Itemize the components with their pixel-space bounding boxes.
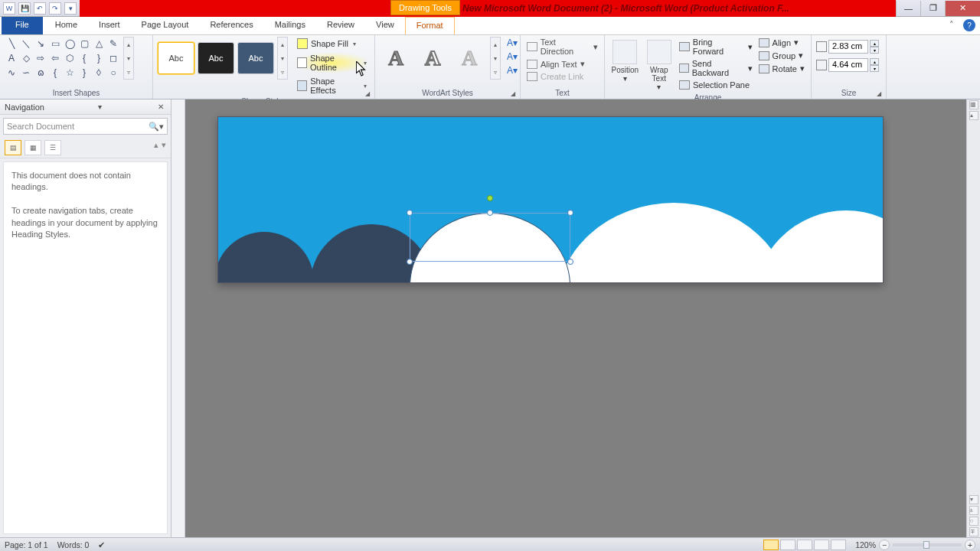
status-page[interactable]: Page: 1 of 1 [5, 540, 48, 549]
align-button[interactable]: Align ▾ [757, 37, 806, 48]
shape-style-gallery[interactable]: Abc Abc Abc ▴▾▿ [158, 37, 288, 80]
shape-rect-icon[interactable]: ▭ [48, 37, 62, 51]
shape-triangle-icon[interactable]: △ [92, 37, 106, 51]
shape-style-2[interactable]: Abc [198, 42, 234, 74]
wrap-text-button[interactable]: Wrap Text▾ [644, 37, 675, 93]
wordart-style-1[interactable]: A [380, 42, 412, 74]
help-icon[interactable]: ? [963, 19, 975, 31]
scroll-down-icon[interactable]: ▾ [969, 495, 978, 504]
wordart-style-3[interactable]: A [453, 42, 485, 74]
view-full-screen[interactable] [780, 540, 795, 550]
ruler-toggle-icon[interactable]: ▦ [969, 100, 978, 109]
document-area[interactable]: ▦ ▴ ▾ ± ○ ∓ [172, 99, 980, 537]
shape-textbox-icon[interactable]: A [5, 51, 18, 65]
search-icon[interactable]: 🔍▾ [149, 122, 164, 132]
view-web-layout[interactable] [797, 540, 812, 550]
width-input[interactable]: 4.64 cm [828, 58, 868, 72]
redo-icon[interactable]: ↷ [49, 2, 61, 15]
tab-home[interactable]: Home [44, 17, 88, 34]
shape-line-icon[interactable]: ╲ [5, 37, 18, 51]
shape-star-icon[interactable]: ☆ [63, 66, 77, 80]
shape-brace3-icon[interactable]: { [48, 66, 62, 80]
white-cloud-shape[interactable] [555, 203, 792, 283]
zoom-in-button[interactable]: + [965, 540, 975, 550]
browse-next-icon[interactable]: ∓ [969, 527, 978, 536]
shape-connector-icon[interactable]: ↘ [34, 37, 47, 51]
align-text-button[interactable]: Align Text▾ [525, 58, 599, 70]
send-backward-button[interactable]: Send Backward ▾ [678, 58, 754, 78]
shapes-gallery-more[interactable]: ▴▾▿ [123, 37, 134, 80]
shape-diamond-icon[interactable]: ◇ [19, 51, 33, 65]
shape-arrow-icon[interactable]: ⇨ [34, 51, 47, 65]
vertical-scrollbar[interactable]: ▦ ▴ ▾ ± ○ ∓ [966, 99, 980, 537]
sel-handle-l[interactable] [407, 259, 413, 265]
tab-review[interactable]: Review [316, 17, 365, 34]
qat-more-icon[interactable]: ▾ [64, 2, 77, 15]
nav-search-input[interactable]: Search Document 🔍▾ [3, 118, 168, 135]
rotate-handle[interactable] [487, 195, 493, 201]
shape-style-more[interactable]: ▴▾▿ [277, 37, 288, 80]
wordart-more[interactable]: ▴▾▿ [490, 37, 501, 80]
shape-hex-icon[interactable]: ⬡ [63, 51, 77, 65]
sel-handle-r[interactable] [567, 259, 573, 265]
rotate-button[interactable]: Rotate ▾ [757, 63, 806, 74]
shape-ellipse-icon[interactable]: ◯ [63, 37, 77, 51]
shape-rounded-rect-icon[interactable]: ▢ [77, 37, 91, 51]
view-outline[interactable] [814, 540, 829, 550]
nav-up-icon[interactable]: ▴ [154, 140, 158, 155]
shape-scribble-icon[interactable]: ɷ [34, 66, 47, 80]
shape-outline-button[interactable]: Shape Outline▾ [294, 52, 370, 73]
position-button[interactable]: Position▾ [609, 37, 641, 84]
selection-pane-button[interactable]: Selection Pane [678, 80, 754, 90]
zoom-thumb[interactable] [923, 541, 929, 549]
shape-style-1[interactable]: Abc [158, 42, 194, 74]
shape-styles-launcher-icon[interactable]: ◢ [365, 90, 373, 98]
shape-effects-button[interactable]: Shape Effects▾ [294, 75, 370, 96]
undo-icon[interactable]: ↶ [34, 2, 46, 15]
height-spinner[interactable]: ▴▾ [870, 40, 879, 54]
text-direction-button[interactable]: Text Direction▾ [525, 37, 599, 57]
nav-dropdown-icon[interactable]: ▾ [96, 103, 104, 111]
wordart-style-2[interactable]: A [416, 42, 449, 74]
view-print-layout[interactable] [763, 540, 779, 550]
tab-view[interactable]: View [365, 17, 405, 34]
shape-edit-icon[interactable]: ✎ [106, 37, 120, 51]
nav-down-icon[interactable]: ▾ [162, 140, 166, 155]
text-effects-icon[interactable]: A▾ [505, 64, 519, 77]
height-input[interactable]: 2.83 cm [828, 40, 868, 54]
sel-handle-tr[interactable] [567, 210, 573, 216]
document-canvas[interactable] [217, 116, 884, 283]
nav-view-pages[interactable]: ▦ [24, 140, 41, 155]
shape-curve-icon[interactable]: ∿ [5, 66, 18, 80]
shape-line2-icon[interactable]: ＼ [19, 37, 33, 51]
shape-style-3[interactable]: Abc [237, 42, 274, 74]
restore-button[interactable]: ❐ [920, 1, 945, 16]
shape-misc2-icon[interactable]: ○ [106, 66, 120, 80]
scroll-up-icon[interactable]: ▴ [969, 111, 978, 120]
save-icon[interactable]: 💾 [18, 2, 31, 15]
status-words[interactable]: Words: 0 [57, 540, 90, 549]
sel-handle-t[interactable] [487, 210, 493, 216]
zoom-value[interactable]: 120% [855, 540, 876, 549]
tab-page-layout[interactable]: Page Layout [131, 17, 200, 34]
shape-fill-button[interactable]: Shape Fill▾ [294, 37, 370, 51]
shape-brace2-icon[interactable]: } [92, 51, 106, 65]
wordart-gallery[interactable]: A A A ▴▾▿ [380, 37, 501, 80]
shape-brace4-icon[interactable]: } [77, 66, 91, 80]
close-button[interactable]: ✕ [945, 1, 980, 16]
zoom-slider[interactable] [893, 543, 962, 546]
shape-arrow2-icon[interactable]: ⇦ [48, 51, 62, 65]
bring-forward-button[interactable]: Bring Forward ▾ [678, 37, 754, 57]
text-outline-icon[interactable]: A▾ [505, 51, 519, 63]
tab-references[interactable]: References [199, 17, 263, 34]
vertical-ruler[interactable] [172, 99, 185, 537]
tab-insert[interactable]: Insert [88, 17, 131, 34]
group-button[interactable]: Group ▾ [757, 50, 806, 61]
browse-prev-icon[interactable]: ± [969, 506, 978, 515]
shape-height[interactable]: 2.83 cm ▴▾ [816, 40, 879, 54]
shape-brace-icon[interactable]: { [77, 51, 91, 65]
text-fill-icon[interactable]: A▾ [505, 37, 519, 49]
size-launcher-icon[interactable]: ◢ [877, 90, 884, 98]
shape-callout-icon[interactable]: ◻ [106, 51, 120, 65]
nav-view-headings[interactable]: ▤ [5, 140, 21, 155]
